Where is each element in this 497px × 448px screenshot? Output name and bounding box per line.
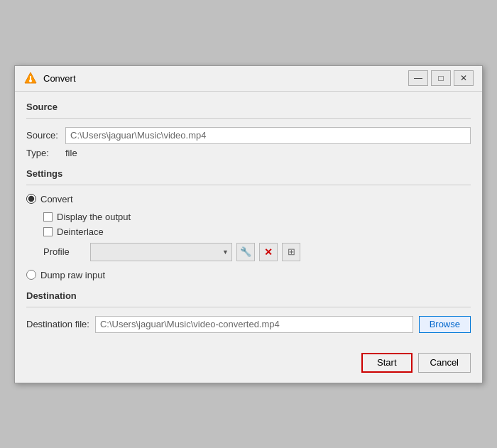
deinterlace-label: Deinterlace <box>57 226 104 237</box>
convert-radio[interactable] <box>26 194 36 204</box>
type-value: file <box>65 148 77 158</box>
svg-point-1 <box>29 80 32 82</box>
profile-delete-button[interactable]: ✕ <box>259 243 278 261</box>
source-label: Source: <box>26 130 65 141</box>
type-field-row: Type: file <box>26 148 471 158</box>
settings-divider <box>26 185 471 185</box>
deinterlace-checkbox[interactable] <box>43 227 53 236</box>
convert-dialog: Convert — □ ✕ Source Source: Type: file … <box>14 65 483 383</box>
destination-field-row: Destination file: Browse <box>26 316 471 333</box>
destination-section-label: Destination <box>26 290 471 301</box>
dialog-content: Source Source: Type: file Settings Conve… <box>15 92 482 343</box>
convert-radio-row: Convert <box>26 194 471 204</box>
vlc-icon <box>23 71 38 85</box>
dialog-footer: Start Cancel <box>15 343 482 383</box>
source-field-row: Source: <box>26 127 471 144</box>
profile-label: Profile <box>43 246 86 257</box>
profile-select-wrapper: Video - H.264 + MP3 (MP4) Video - H.265 … <box>90 243 232 261</box>
minimize-button[interactable]: — <box>408 70 428 86</box>
profile-select[interactable]: Video - H.264 + MP3 (MP4) Video - H.265 … <box>90 243 232 261</box>
profile-row: Profile Video - H.264 + MP3 (MP4) Video … <box>43 243 471 261</box>
dump-radio[interactable] <box>26 270 36 280</box>
source-section-label: Source <box>26 102 471 112</box>
destination-section: Destination Destination file: Browse <box>26 290 471 333</box>
source-divider <box>26 118 471 119</box>
title-bar-controls: — □ ✕ <box>408 70 474 86</box>
destination-input[interactable] <box>95 316 413 333</box>
destination-label: Destination file: <box>26 319 89 329</box>
profile-edit-button[interactable]: 🔧 <box>236 243 255 261</box>
title-bar: Convert — □ ✕ <box>15 66 482 92</box>
settings-section-label: Settings <box>26 168 471 179</box>
type-label: Type: <box>26 148 65 158</box>
cancel-button[interactable]: Cancel <box>418 353 471 373</box>
wrench-icon: 🔧 <box>240 246 251 257</box>
convert-options: Display the output Deinterlace Profile V… <box>26 212 471 261</box>
dump-radio-label: Dump raw input <box>40 270 105 280</box>
window-title: Convert <box>43 73 76 84</box>
display-output-label: Display the output <box>57 212 131 222</box>
new-profile-icon: ⊞ <box>288 246 295 257</box>
deinterlace-row: Deinterlace <box>43 226 471 237</box>
dump-radio-row: Dump raw input <box>26 270 471 280</box>
source-section: Source Source: Type: file <box>26 102 471 158</box>
start-button[interactable]: Start <box>361 353 412 373</box>
svg-rect-2 <box>30 76 31 80</box>
browse-button[interactable]: Browse <box>419 316 471 333</box>
title-bar-left: Convert <box>23 71 76 85</box>
profile-new-button[interactable]: ⊞ <box>282 243 300 261</box>
convert-radio-label: Convert <box>40 194 73 204</box>
maximize-button[interactable]: □ <box>431 70 451 86</box>
display-output-checkbox[interactable] <box>43 212 53 222</box>
source-input[interactable] <box>65 127 471 144</box>
destination-divider <box>26 307 471 307</box>
display-output-row: Display the output <box>43 212 471 222</box>
delete-icon: ✕ <box>264 246 273 258</box>
settings-section: Settings Convert Display the output Dein… <box>26 168 471 280</box>
close-button[interactable]: ✕ <box>454 70 474 86</box>
